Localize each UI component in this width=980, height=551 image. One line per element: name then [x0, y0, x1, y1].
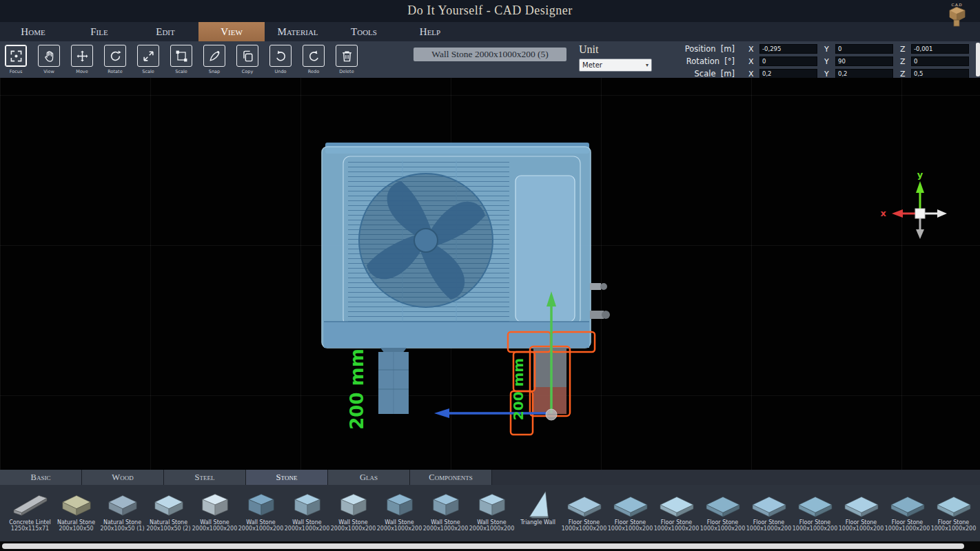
rotate-button[interactable]: Rotate [103, 45, 127, 74]
material-item-wall-stone-2000x1000x200[interactable]: Wall Stone2000x1000x200 [376, 488, 422, 541]
material-item-natural-stone-200x100x50-1[interactable]: Natural Stone200x100x50 (1) [99, 488, 145, 541]
material-name: Floor Stone [607, 519, 653, 526]
tab-basic[interactable]: Basic [0, 470, 82, 485]
hand-button[interactable]: View [37, 45, 61, 74]
material-item-wall-stone-2000x1000x200[interactable]: Wall Stone2000x1000x200 [284, 488, 330, 541]
tool-label: Focus [10, 69, 23, 74]
tile-thumbnail-icon [564, 488, 605, 519]
material-size: 1000x1000x200 [700, 526, 746, 532]
chevron-down-icon: ▾ [646, 62, 649, 68]
material-name: Wall Stone [284, 519, 330, 526]
material-size: 2000x1000x200 [330, 526, 376, 532]
slab-thumbnail-icon [425, 488, 467, 519]
material-name: Concrete Lintel [7, 519, 53, 526]
unit-group: Unit Meter ▾ [579, 43, 652, 72]
material-item-floor-stone-1000x1000x200[interactable]: Floor Stone1000x1000x200 [838, 488, 884, 541]
material-item-wall-stone-2000x1000x200[interactable]: Wall Stone2000x1000x200 [192, 488, 238, 541]
tab-glas[interactable]: Glas [328, 470, 410, 485]
position-z-input[interactable] [911, 44, 969, 54]
material-item-floor-stone-1000x1000x200[interactable]: Floor Stone1000x1000x200 [607, 488, 653, 541]
material-item-wall-stone-2000x1000x200[interactable]: Wall Stone2000x1000x200 [238, 488, 284, 541]
menu-item-help[interactable]: Help [397, 22, 463, 41]
scale-arrows-icon [137, 45, 159, 67]
block-thumbnail-icon [56, 488, 97, 519]
menu-item-tools[interactable]: Tools [331, 22, 397, 41]
material-item-natural-stone-200x100x50[interactable]: Natural Stone200x100x50 [53, 488, 99, 541]
material-item-floor-stone-1000x1000x200[interactable]: Floor Stone1000x1000x200 [930, 488, 977, 541]
material-item-floor-stone-1000x1000x200[interactable]: Floor Stone1000x1000x200 [561, 488, 607, 541]
horizontal-scrollbar[interactable] [0, 541, 980, 551]
orientation-gizmo[interactable]: y x [881, 169, 947, 239]
material-name: Wall Stone [192, 519, 238, 526]
viewport[interactable]: 200 mm 200 mm y x [0, 78, 980, 470]
position-label: Position [m] [652, 44, 735, 54]
tile-thumbnail-icon [656, 488, 697, 519]
material-item-wall-stone-2000x1000x200[interactable]: Wall Stone2000x1000x200 [422, 488, 469, 541]
scale-z-input[interactable] [911, 69, 969, 79]
cad-model-ac-unit[interactable] [322, 143, 610, 348]
material-name: Wall Stone [238, 519, 284, 526]
snap-button[interactable]: Snap [203, 45, 226, 74]
scale-arrows-button[interactable]: Scale [136, 45, 160, 74]
material-item-wall-stone-2000x1000x200[interactable]: Wall Stone2000x1000x200 [469, 488, 515, 541]
unit-dropdown[interactable]: Meter ▾ [579, 59, 652, 72]
scale-box-button[interactable]: Scale [170, 45, 193, 74]
focus-button[interactable]: Focus [4, 45, 28, 74]
gizmo-x-label: x [881, 208, 887, 218]
material-item-wall-stone-2000x1000x200[interactable]: Wall Stone2000x1000x200 [330, 488, 376, 541]
delete-button[interactable]: Delete [335, 45, 358, 74]
undo-button[interactable]: Undo [269, 45, 292, 74]
rotate-icon [104, 45, 126, 67]
material-item-natural-stone-200x100x50-2[interactable]: Natural Stone200x100x50 (2) [145, 488, 192, 541]
rotation-z-input[interactable] [911, 56, 969, 66]
material-size: 2000x1000x200 [284, 526, 330, 532]
tile-thumbnail-icon [795, 488, 836, 519]
viewport-canvas[interactable]: 200 mm 200 mm y x [0, 78, 980, 470]
tab-wood[interactable]: Wood [82, 470, 164, 485]
material-size: 200x100x50 (2) [145, 526, 192, 532]
hand-icon [38, 45, 60, 67]
menu-item-edit[interactable]: Edit [132, 22, 198, 41]
cad-designer-app: Do It Yourself - CAD Designer C.A.D Home… [0, 0, 980, 551]
scale-x-input[interactable] [759, 69, 817, 79]
material-item-floor-stone-1000x1000x200[interactable]: Floor Stone1000x1000x200 [746, 488, 792, 541]
material-item-triangle-wall[interactable]: Triangle Wall [515, 488, 561, 541]
tab-components[interactable]: Components [410, 470, 492, 485]
scrollbar-thumb[interactable] [2, 543, 964, 549]
copy-button[interactable]: Copy [236, 45, 259, 74]
tool-label: Undo [275, 69, 287, 74]
position-y-input[interactable] [835, 44, 893, 54]
menu-item-view[interactable]: View [198, 22, 265, 41]
unit-label: Unit [579, 43, 652, 56]
rotation-x-input[interactable] [759, 56, 817, 66]
vertical-scrollbar[interactable] [976, 43, 980, 76]
menu-item-home[interactable]: Home [0, 22, 66, 41]
material-item-floor-stone-1000x1000x200[interactable]: Floor Stone1000x1000x200 [653, 488, 700, 541]
selected-wall-stone[interactable] [533, 348, 566, 414]
x-axis-arrow [434, 408, 449, 418]
scale-y-input[interactable] [835, 69, 893, 79]
material-item-floor-stone-1000x1000x200[interactable]: Floor Stone1000x1000x200 [700, 488, 746, 541]
menu-item-material[interactable]: Material [265, 22, 331, 41]
material-item-floor-stone-1000x1000x200[interactable]: Floor Stone1000x1000x200 [884, 488, 930, 541]
rotation-y-axis-label: Y [824, 57, 831, 66]
menu-item-file[interactable]: File [66, 22, 132, 41]
material-size: 1000x1000x200 [930, 526, 977, 532]
material-size: 1000x1000x200 [792, 526, 838, 532]
transform-panel: Position [m]XYZRotation [°]XYZScale [m]X… [652, 43, 969, 81]
app-logo-icon: C.A.D [941, 1, 972, 31]
move-button[interactable]: Move [70, 45, 94, 74]
material-item-concrete-lintel-1250x115x71[interactable]: Concrete Lintel1250x115x71 [7, 488, 53, 541]
support-pillar[interactable] [378, 348, 409, 414]
tool-label: Redo [308, 69, 319, 74]
material-item-floor-stone-1000x1000x200[interactable]: Floor Stone1000x1000x200 [792, 488, 838, 541]
rotation-y-input[interactable] [835, 56, 893, 66]
tab-steel[interactable]: Steel [164, 470, 246, 485]
redo-button[interactable]: Redo [302, 45, 325, 74]
block-thumbnail-icon [148, 488, 190, 519]
tile-thumbnail-icon [610, 488, 651, 519]
tab-stone[interactable]: Stone [246, 470, 328, 485]
scale-label: Scale [m] [652, 69, 735, 79]
position-x-input[interactable] [759, 44, 817, 54]
selected-object-label: Wall Stone 2000x1000x200 (5) [414, 48, 566, 61]
